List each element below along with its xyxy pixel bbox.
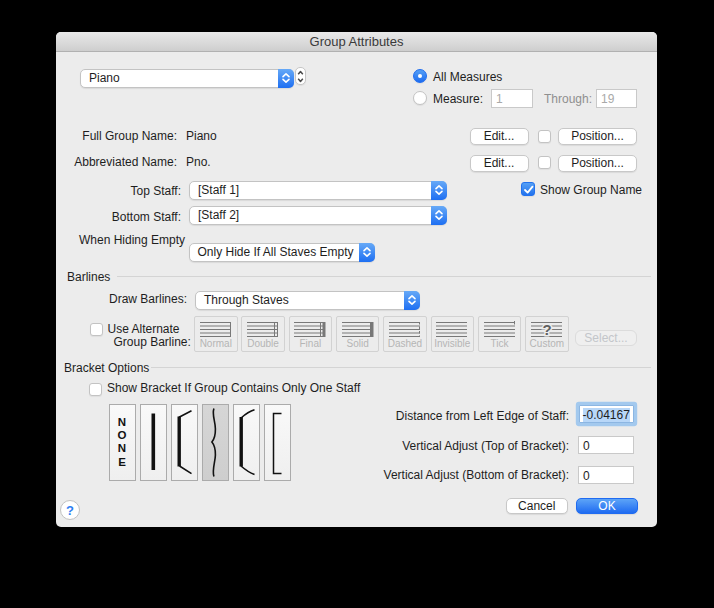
svg-text:?: ? — [542, 321, 551, 338]
